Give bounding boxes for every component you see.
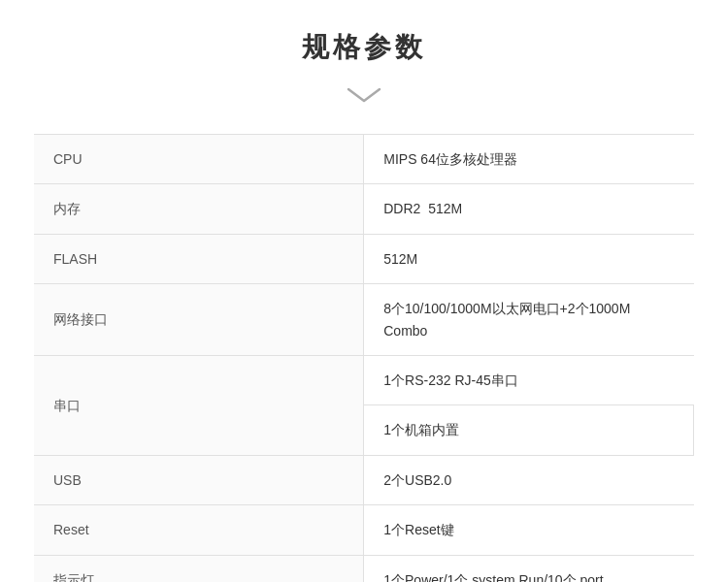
spec-label: CPU [34,135,364,184]
spec-value: 1个机箱内置 [364,405,694,455]
spec-value: 1个Power/1个 system Run/10个 port [364,555,694,582]
spec-label: Reset [34,505,364,555]
spec-value: 8个10/100/1000M以太网电口+2个1000M Combo [364,284,694,356]
specs-table: CPU MIPS 64位多核处理器 内存 DDR2 512M FLASH 512… [34,134,694,582]
spec-label: 网络接口 [34,284,364,356]
table-row: CPU MIPS 64位多核处理器 [34,135,694,184]
spec-label: USB [34,455,364,504]
spec-value: 1个RS-232 RJ-45串口 [364,355,694,404]
spec-value: 1个Reset键 [364,505,694,555]
table-row: FLASH 512M [34,234,694,283]
table-row-serial: 串口 1个RS-232 RJ-45串口 [34,355,694,404]
spec-label: 串口 [34,355,364,455]
table-row: USB 2个USB2.0 [34,455,694,504]
chevron-down-icon [345,85,383,105]
page-container: 规格参数 CPU MIPS 64位多核处理器 内存 DDR2 512M FLAS… [0,0,728,582]
spec-label: FLASH [34,234,364,283]
table-row: 指示灯 1个Power/1个 system Run/10个 port [34,555,694,582]
table-row: 内存 DDR2 512M [34,184,694,234]
spec-value: MIPS 64位多核处理器 [364,135,694,184]
table-row: 网络接口 8个10/100/1000M以太网电口+2个1000M Combo [34,284,694,356]
page-title: 规格参数 [302,29,426,66]
spec-value: DDR2 512M [364,184,694,234]
spec-label: 内存 [34,184,364,234]
spec-label: 指示灯 [34,555,364,582]
spec-value: 2个USB2.0 [364,455,694,504]
spec-value: 512M [364,234,694,283]
table-row: Reset 1个Reset键 [34,505,694,555]
